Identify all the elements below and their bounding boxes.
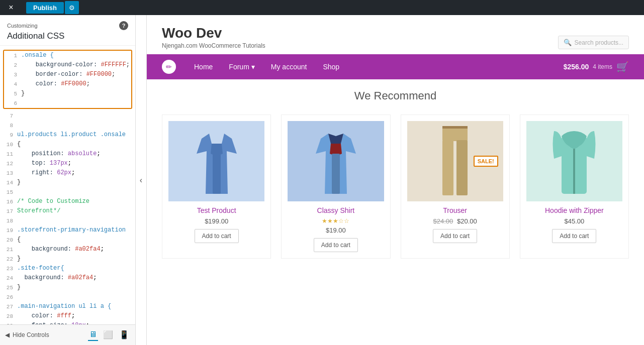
svg-rect-13 [573, 149, 575, 194]
section-heading: We Recommend [162, 89, 629, 102]
svg-rect-9 [456, 140, 468, 195]
product-card-4: Hoodie with Zipper $45.00 Add to cart [520, 114, 629, 259]
site-title: Woo Dev [162, 25, 265, 41]
code-line-16: 16 /* Code to Customize [0, 197, 135, 206]
add-to-cart-button-4[interactable]: Add to cart [552, 229, 596, 243]
sidebar: Customizing ? Additional CSS 1 .onsale {… [0, 15, 136, 345]
svg-point-12 [571, 132, 577, 138]
product-name-1: Test Product [168, 206, 264, 214]
site-header: Woo Dev Njengah.com WooCommerce Tutorial… [147, 15, 644, 54]
code-line-6: 6 [4, 98, 131, 108]
code-editor[interactable]: 1 .onsale { 2 background-color: #FFFFFF;… [0, 46, 135, 324]
nav-item-forum[interactable]: Forum ▾ [221, 56, 262, 78]
code-line-22: 22 } [0, 254, 135, 264]
add-to-cart-button-1[interactable]: Add to cart [195, 229, 239, 243]
preview-toggle-arrow[interactable]: ‹ [136, 15, 147, 345]
nav-item-home[interactable]: Home [186, 56, 221, 78]
product-name-2: Classy Shirt [288, 206, 384, 214]
code-line-26: 26 [0, 292, 135, 302]
code-line-8: 8 [0, 121, 135, 130]
product-image-4 [526, 121, 622, 201]
cart-icon[interactable]: 🛒 [616, 61, 629, 73]
add-to-cart-button-3[interactable]: Add to cart [433, 229, 477, 243]
new-price-3: $20.00 [457, 217, 477, 225]
nav-links: Home Forum ▾ My account Shop [186, 56, 564, 78]
code-line-28: 28 color: #fff; [0, 311, 135, 321]
desktop-icon[interactable]: 🖥 [88, 329, 98, 341]
gear-button[interactable]: ⚙ [65, 1, 79, 14]
shirt-svg-1 [197, 129, 237, 194]
product-image-3: SALE! [407, 121, 503, 201]
star-rating-2: ★★★☆☆ [288, 217, 384, 224]
nav-item-myaccount[interactable]: My account [263, 56, 315, 78]
product-link-3[interactable]: Trouser [443, 206, 467, 214]
preview-area: Woo Dev Njengah.com WooCommerce Tutorial… [147, 15, 644, 345]
code-line-21: 21 background: #a02fa4; [0, 245, 135, 254]
code-line-17: 17 Storefront*/ [0, 206, 135, 216]
code-line-3: 3 border-color: #FF0000; [4, 70, 131, 79]
code-line-4: 4 color: #FF0000; [4, 79, 131, 89]
highlight-block: 1 .onsale { 2 background-color: #FFFFFF;… [3, 50, 132, 109]
code-line-15: 15 [0, 187, 135, 197]
code-line-2: 2 background-color: #FFFFFF; [4, 60, 131, 70]
code-line-1: 1 .onsale { [4, 51, 131, 60]
product-card-1: Test Product $199.00 Add to cart [162, 114, 271, 259]
dropdown-chevron-icon: ▾ [251, 63, 255, 71]
code-line-12: 12 top: 137px; [0, 159, 135, 168]
tablet-icon[interactable]: ⬜ [102, 329, 114, 341]
sidebar-header: Customizing ? Additional CSS [0, 15, 135, 46]
products-grid: Test Product $199.00 Add to cart [162, 114, 629, 259]
code-line-5: 5 } [4, 89, 131, 98]
product-image-2 [288, 121, 384, 201]
customizing-label: Customizing ? [7, 21, 128, 30]
site-branding: Woo Dev Njengah.com WooCommerce Tutorial… [162, 25, 265, 49]
svg-rect-10 [442, 126, 468, 129]
hide-controls-label: Hide Controls [13, 331, 49, 338]
edit-pencil-icon[interactable]: ✏ [162, 60, 176, 74]
publish-button[interactable]: Publish [26, 2, 64, 14]
shirt-svg-2 [316, 129, 356, 194]
code-line-11: 11 position: absolute; [0, 149, 135, 159]
product-price-2: $19.00 [288, 226, 384, 234]
top-bar: × Publish ⚙ [0, 0, 644, 15]
cart-amount: $256.00 [564, 63, 589, 71]
trouser-svg-3 [437, 126, 473, 196]
close-button[interactable]: × [0, 0, 22, 15]
product-link-4[interactable]: Hoodie with Zipper [545, 206, 604, 214]
code-line-25: 25 } [0, 283, 135, 292]
product-image-1 [168, 121, 264, 201]
search-placeholder: Search products... [575, 39, 623, 46]
nav-bar: ✏ Home Forum ▾ My account Shop $256.00 4… [147, 54, 644, 79]
code-line-13: 13 right: 62px; [0, 168, 135, 178]
old-price-3: $24.00 [433, 217, 453, 225]
nav-item-shop[interactable]: Shop [315, 56, 347, 78]
product-price-1: $199.00 [168, 217, 264, 225]
code-line-24: 24 background: #a02fa4; [0, 273, 135, 283]
site-tagline: Njengah.com WooCommerce Tutorials [162, 42, 265, 49]
code-line-10: 10 { [0, 140, 135, 149]
customizing-text: Customizing [7, 23, 38, 29]
nav-cart: $256.00 4 items 🛒 [564, 61, 629, 73]
svg-rect-2 [213, 154, 221, 194]
search-box[interactable]: 🔍 Search products... [558, 36, 629, 49]
product-link-2[interactable]: Classy Shirt [317, 206, 355, 214]
product-name-3: Trouser [407, 206, 503, 214]
code-line-9: 9 ul.products li.product .onsale [0, 130, 135, 140]
hide-controls-button[interactable]: ◀ Hide Controls [5, 331, 49, 338]
hoodie-svg-4 [551, 129, 597, 194]
arrow-left-icon: ◀ [5, 331, 10, 338]
add-to-cart-button-2[interactable]: Add to cart [314, 238, 358, 252]
svg-rect-8 [442, 140, 453, 195]
product-card-2: Classy Shirt ★★★☆☆ $19.00 Add to cart [281, 114, 390, 259]
mobile-icon[interactable]: 📱 [118, 329, 130, 341]
product-link-1[interactable]: Test Product [197, 206, 236, 214]
svg-marker-4 [328, 134, 343, 144]
product-price-3: $24.00 $20.00 [407, 217, 503, 225]
code-line-23: 23 .site-footer{ [0, 264, 135, 273]
code-line-19: 19 .storefront-primary-navigation [0, 225, 135, 235]
product-name-4: Hoodie with Zipper [526, 206, 622, 214]
code-line-20: 20 { [0, 235, 135, 245]
help-icon[interactable]: ? [119, 21, 128, 30]
code-line-29: 29 font-size: 18px; [0, 321, 135, 324]
sidebar-bottom: ◀ Hide Controls 🖥 ⬜ 📱 [0, 324, 135, 345]
